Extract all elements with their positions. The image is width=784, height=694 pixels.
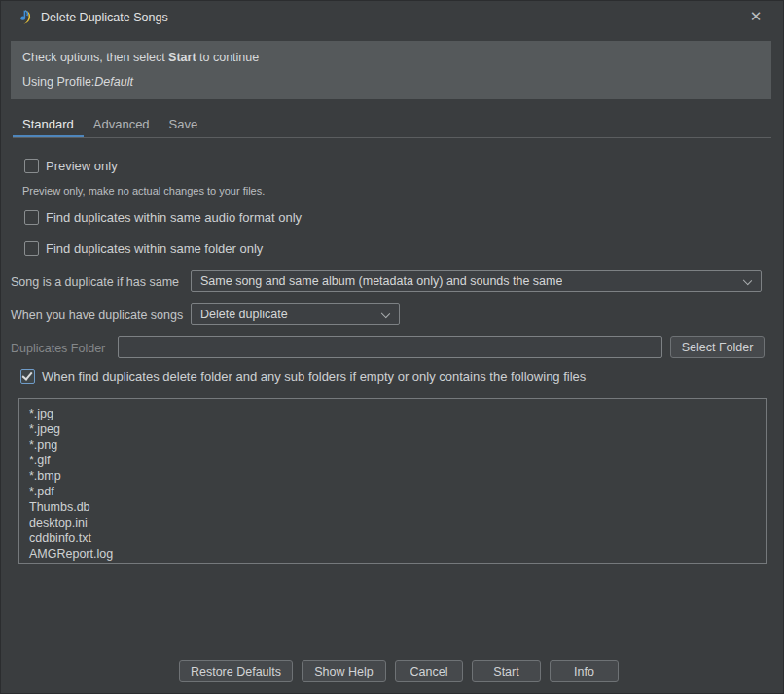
duplicates-folder-label: Duplicates Folder (11, 342, 105, 355)
list-item[interactable]: *.png (29, 437, 766, 453)
check-icon (21, 369, 32, 381)
close-icon[interactable]: ✕ (742, 5, 769, 28)
info-button[interactable]: Info (550, 660, 619, 682)
preview-only-label: Preview only (46, 159, 118, 173)
checkbox-icon (24, 210, 39, 225)
same-audio-format-checkbox[interactable]: Find duplicates within same audio format… (24, 210, 302, 225)
tab-divider (13, 137, 771, 138)
profile-name: Default (94, 75, 133, 89)
same-audio-format-label: Find duplicates within same audio format… (46, 210, 302, 225)
footer-buttons: Restore DefaultsShow HelpCancelStartInfo (179, 660, 619, 682)
chevron-down-icon (743, 276, 752, 285)
delete-duplicate-songs-dialog: Delete Duplicate Songs ✕ Check options, … (0, 0, 784, 694)
checkbox-icon (24, 241, 39, 256)
checkbox-checked-icon (20, 369, 35, 384)
list-item[interactable]: *.bmp (29, 468, 766, 484)
select-folder-button[interactable]: Select Folder (670, 336, 765, 358)
list-item[interactable]: cddbinfo.txt (29, 530, 766, 546)
info-banner: Check options, then select Start to cont… (11, 41, 771, 99)
list-item[interactable]: AMGReport.log (29, 546, 766, 562)
music-note-icon (14, 8, 32, 26)
restore-defaults-button[interactable]: Restore Defaults (179, 660, 293, 682)
checkbox-icon (24, 159, 39, 173)
window-title: Delete Duplicate Songs (41, 11, 168, 24)
delete-empty-folders-label: When find duplicates delete folder and a… (42, 369, 586, 384)
tab-bar: StandardAdvancedSave (13, 113, 228, 137)
duplicate-action-value: Delete duplicate (200, 308, 288, 321)
preview-only-hint: Preview only, make no actual changes to … (22, 185, 265, 197)
banner-profile: Using Profile:Default (22, 75, 760, 89)
banner-instruction: Check options, then select Start to cont… (22, 51, 760, 64)
list-item[interactable]: desktop.ini (29, 515, 766, 530)
duplicate-criteria-select[interactable]: Same song and same album (metadata only)… (191, 270, 762, 292)
tab-save[interactable]: Save (160, 113, 228, 137)
same-folder-checkbox[interactable]: Find duplicates within same folder only (24, 241, 263, 256)
same-folder-label: Find duplicates within same folder only (46, 241, 263, 256)
file-pattern-list[interactable]: *.jpg*.jpeg*.png*.gif*.bmp*.pdfThumbs.db… (18, 398, 767, 564)
duplicate-action-select[interactable]: Delete duplicate (191, 303, 400, 325)
tab-standard[interactable]: Standard (13, 113, 84, 137)
delete-empty-folders-checkbox[interactable]: When find duplicates delete folder and a… (20, 369, 586, 384)
title-bar: Delete Duplicate Songs ✕ (1, 1, 783, 33)
tab-advanced[interactable]: Advanced (84, 113, 160, 137)
list-item[interactable]: *.jpg (29, 406, 766, 421)
list-item[interactable]: *.gif (29, 453, 766, 468)
list-item[interactable]: *.jpeg (29, 421, 766, 437)
show-help-button[interactable]: Show Help (302, 660, 386, 682)
preview-only-checkbox[interactable]: Preview only (24, 159, 118, 173)
duplicates-folder-input[interactable] (118, 336, 662, 358)
duplicate-criteria-value: Same song and same album (metadata only)… (200, 274, 562, 288)
list-item[interactable]: Thumbs.db (29, 499, 766, 515)
duplicate-criteria-label: Song is a duplicate if has same (11, 275, 179, 289)
chevron-down-icon (381, 310, 390, 318)
start-button[interactable]: Start (472, 660, 541, 682)
cancel-button[interactable]: Cancel (395, 660, 463, 682)
duplicate-action-label: When you have duplicate songs (11, 309, 183, 322)
list-item[interactable]: *.pdf (29, 484, 766, 499)
